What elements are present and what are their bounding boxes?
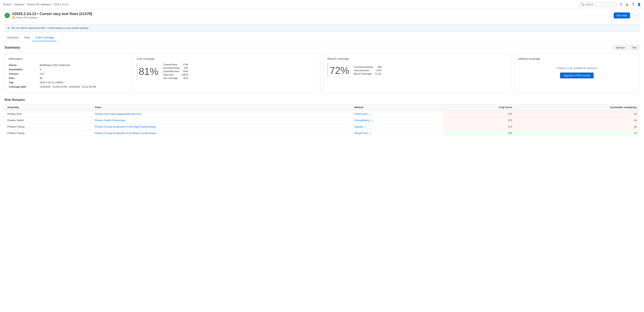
branch-coverage-inner: 72% Covered branches:988Total branches:1…: [328, 63, 507, 78]
more-options-button[interactable]: ⋮: [632, 12, 640, 18]
line-coverage-card: Line coverage 81% Covered lines:2784Unco…: [133, 53, 320, 93]
breadcrumb-version[interactable]: 2025.2.24.13: [54, 3, 68, 6]
breadcrumb-pipelines[interactable]: Pipelines: [14, 3, 24, 6]
cell-crap-score: 210: [443, 130, 515, 136]
method-link[interactable]: MergeFrom(...): [354, 132, 371, 135]
tab-code-coverage[interactable]: Code Coverage: [33, 34, 56, 41]
cell-crap-score: 272: [443, 111, 515, 117]
method-coverage-title: Method coverage: [518, 57, 636, 60]
branch-coverage-stats: Covered branches:988Total branches:1370B…: [354, 65, 382, 76]
method-link[interactable]: FormatMetric(...): [354, 119, 372, 122]
cell-class: Phobos.TestKit.PhobosSpec: [92, 117, 352, 124]
information-card-title: Information: [8, 57, 126, 60]
stat-label: Line coverage:: [163, 76, 182, 80]
search-icon: 🔍: [581, 3, 584, 6]
page-subtitle: 🔁 Phobos PR Validation: [12, 16, 92, 19]
cell-assembly: Phobos.Tracing: [5, 124, 92, 130]
sponsor-button[interactable]: Sponsor: [613, 45, 628, 50]
info-banner: ℹ This run will be cleaned up after 1 mo…: [4, 24, 640, 32]
stat-value: 1370: [375, 69, 382, 72]
stat-label: Covered branches:: [354, 65, 375, 69]
risk-hotspots-section: Risk Hotspots Assembly Class Method Crap…: [4, 98, 640, 136]
method-card-content: Feature is only available for sponsors U…: [518, 63, 636, 82]
lock-icon[interactable]: 🔒: [625, 3, 629, 6]
method-coverage-card: Method coverage Feature is only availabl…: [514, 53, 640, 93]
stat-label: Covered lines:: [163, 63, 182, 66]
col-class: Class: [92, 104, 352, 111]
cell-crap-score: 272: [443, 117, 515, 124]
breadcrumb-sep-3: /: [52, 3, 53, 6]
tab-tests[interactable]: Tests: [21, 34, 33, 41]
page-header: ✓ #2025.2.24.13 • Cursor racy test fixes…: [0, 9, 644, 22]
col-method: Method: [352, 104, 443, 111]
table-row: Phobos.Tracing Phobos.Tracing.Serializat…: [5, 130, 640, 136]
line-stat-row: Line coverage:81%: [163, 76, 190, 80]
page-header-actions: Run new ⋮: [614, 12, 640, 18]
line-coverage-inner: 81% Covered lines:2784Uncovered lines:65…: [137, 63, 316, 80]
class-link[interactable]: Phobos.Actor.Impl.SwappableMonitorActor: [95, 113, 142, 115]
tabs-container: Summary Tests Code Coverage: [0, 34, 644, 41]
info-value: 114: [40, 72, 126, 76]
info-row: Classes:114: [8, 72, 126, 76]
nav-right: 🔍 ☰ 🔒 ❓ 👤: [579, 2, 641, 7]
info-row: Parser:MultiReport (20x Cobertura): [8, 63, 126, 67]
list-icon[interactable]: ☰: [619, 3, 623, 6]
line-stat-row: Covered lines:2784: [163, 63, 190, 66]
summary-actions: Sponsor Star: [613, 45, 640, 50]
cell-assembly: Phobos.TestKit: [5, 117, 92, 124]
col-crap: Crap Score: [443, 104, 515, 111]
breadcrumb: Phobos / Pipelines / Phobos PR Validatio…: [3, 3, 68, 6]
cell-assembly: Phobos.Actor: [5, 111, 92, 117]
page-title: #2025.2.24.13 • Cursor racy test fixes (…: [12, 12, 92, 16]
page-title-block: #2025.2.24.13 • Cursor racy test fixes (…: [12, 12, 92, 19]
cell-class: Phobos.Actor.Impl.SwappableMonitorActor: [92, 111, 352, 117]
cell-class: Phobos.Tracing.Serialization.Proto.Msgs.…: [92, 130, 352, 136]
cell-method: OnReceive(...): [352, 111, 443, 117]
star-button[interactable]: Star: [629, 45, 640, 50]
stat-value: 72.1%: [375, 72, 382, 76]
branch-coverage-pct: 72%: [330, 66, 349, 75]
pipeline-name: Phobos PR Validation: [16, 16, 38, 19]
class-link[interactable]: Phobos.Tracing.Serialization.Proto.Msgs.…: [95, 125, 156, 128]
cell-cyclomatic: 16: [515, 124, 640, 130]
search-input[interactable]: [586, 3, 615, 6]
cell-method: Equals(...): [352, 124, 443, 130]
cell-crap-score: 272: [443, 124, 515, 130]
stat-label: Total branches:: [354, 69, 375, 72]
table-row: Phobos.Tracing Phobos.Tracing.Serializat…: [5, 124, 640, 130]
run-new-button[interactable]: Run new: [614, 12, 630, 18]
info-value: 8: [40, 67, 126, 72]
tab-summary[interactable]: Summary: [4, 34, 21, 41]
help-icon[interactable]: ❓: [631, 3, 635, 6]
branch-stat-row: Total branches:1370: [354, 69, 382, 72]
status-icon: ✓: [4, 13, 10, 18]
method-unavail-text: Feature is only available for sponsors: [520, 67, 634, 70]
info-row: Tag:2025.2.24.13_#39091: [8, 80, 126, 85]
info-key: Tag:: [8, 80, 40, 85]
info-icon: ℹ: [8, 26, 9, 30]
search-box[interactable]: 🔍: [579, 2, 617, 7]
line-stat-row: Coverable lines:3434: [163, 70, 190, 73]
branch-stat-row: Branch coverage:72.1%: [354, 72, 382, 76]
user-avatar[interactable]: 👤: [637, 3, 641, 6]
breadcrumb-pr-validation[interactable]: Phobos PR Validation: [27, 3, 51, 6]
line-coverage-title: Line coverage: [137, 57, 316, 60]
method-link[interactable]: OnReceive(...): [354, 113, 370, 115]
info-row: Assemblies:8: [8, 67, 126, 72]
method-link[interactable]: Equals(...): [354, 125, 366, 128]
class-link[interactable]: Phobos.Tracing.Serialization.Proto.Msgs.…: [95, 132, 156, 135]
info-row: Files:80: [8, 76, 126, 80]
risk-table-body: Phobos.Actor Phobos.Actor.Impl.Swappable…: [5, 111, 640, 136]
cell-method: FormatMetric(...): [352, 117, 443, 124]
table-row: Phobos.TestKit Phobos.TestKit.PhobosSpec…: [5, 117, 640, 124]
pipeline-icon: 🔁: [12, 16, 15, 19]
cell-method: MergeFrom(...): [352, 130, 443, 136]
upgrade-button[interactable]: Upgrade to PRO version: [560, 73, 594, 78]
information-table: Parser:MultiReport (20x Cobertura)Assemb…: [8, 63, 126, 89]
branch-coverage-title: Branch coverage: [328, 57, 507, 60]
summary-header: Summary Sponsor Star: [4, 45, 640, 50]
breadcrumb-phobos[interactable]: Phobos: [3, 3, 11, 6]
class-link[interactable]: Phobos.TestKit.PhobosSpec: [95, 119, 126, 122]
line-bar: [137, 63, 137, 80]
info-key: Classes:: [8, 72, 40, 76]
